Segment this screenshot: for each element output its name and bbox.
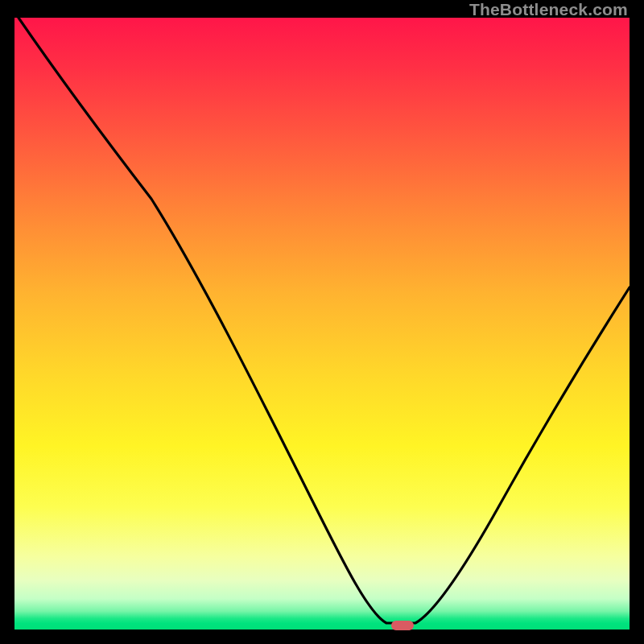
chart-frame: TheBottleneck.com [0,0,644,644]
plot-area [14,18,630,630]
bottleneck-curve [14,18,630,630]
watermark-text: TheBottleneck.com [469,0,628,19]
curve-path [19,18,630,623]
optimal-marker [391,621,414,630]
